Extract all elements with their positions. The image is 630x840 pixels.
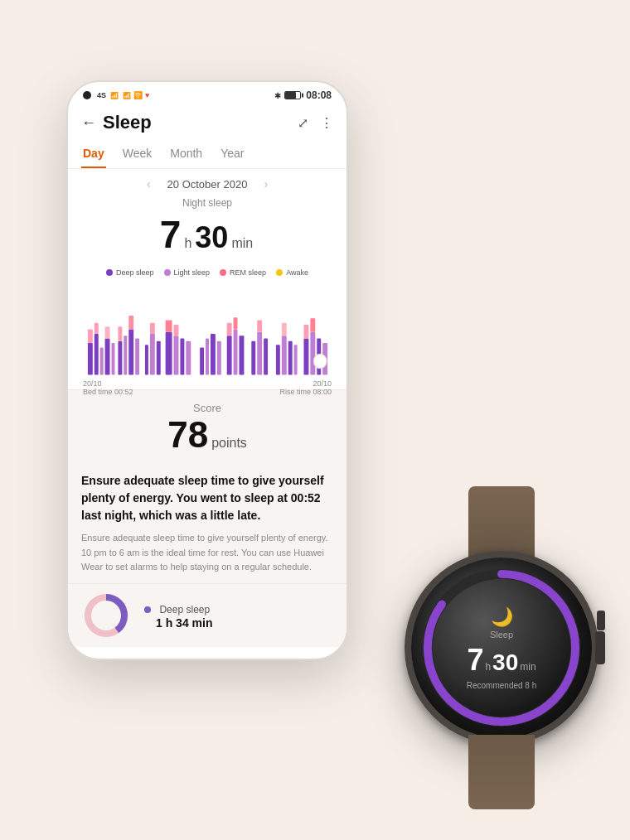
svg-rect-26 [206, 339, 209, 375]
watch-strap-top [468, 486, 535, 561]
chart-label-left: 20/10 Bed time 00:52 [83, 379, 133, 396]
score-unit: points [211, 436, 247, 451]
tabs-bar: Day Week Month Year [68, 140, 346, 169]
tab-month[interactable]: Month [168, 140, 204, 168]
scene: 4S 📶 📶 🛜 ♥ ✱ 08:08 ← Sleep [25, 47, 605, 793]
light-sleep-label: Light sleep [174, 268, 211, 277]
svg-rect-23 [166, 321, 172, 332]
awake-label: Awake [286, 268, 308, 277]
smartwatch: 🌙 Sleep 7 h 30 min Recommended 8 h [406, 553, 597, 743]
advice-detail: Ensure adequate sleep time to give yours… [81, 531, 333, 575]
svg-rect-43 [303, 339, 308, 375]
donut-svg [81, 591, 131, 640]
svg-rect-31 [239, 336, 244, 374]
svg-point-49 [313, 354, 327, 369]
svg-rect-19 [166, 332, 172, 375]
deep-sleep-section: Deep sleep 1 h 34 min [68, 583, 346, 647]
watch-h-unit: h [485, 661, 491, 673]
tab-day[interactable]: Day [81, 140, 106, 168]
svg-rect-21 [180, 339, 184, 375]
svg-rect-22 [186, 341, 191, 375]
svg-rect-30 [234, 330, 238, 375]
score-value: 78 points [81, 414, 333, 456]
svg-rect-3 [100, 348, 104, 375]
svg-rect-42 [282, 323, 287, 336]
svg-rect-37 [257, 321, 262, 332]
svg-rect-1 [88, 343, 93, 375]
legend-rem-sleep: REM sleep [220, 268, 266, 277]
svg-rect-18 [150, 323, 155, 334]
svg-rect-13 [118, 326, 122, 341]
night-sleep-label: Night sleep [81, 197, 333, 209]
legend-deep-sleep: Deep sleep [106, 268, 154, 277]
svg-rect-17 [157, 341, 161, 375]
battery-icon [284, 91, 301, 99]
watch-minutes: 30 [492, 649, 518, 676]
svg-rect-24 [174, 325, 179, 336]
watch-sleep-label: Sleep [467, 630, 537, 640]
tab-week[interactable]: Week [121, 140, 154, 168]
sleep-duration: 7 h 30 min [81, 212, 333, 257]
watch-crown-bottom [595, 631, 605, 664]
hours-unit: h [184, 236, 191, 251]
donut-chart [81, 591, 131, 640]
svg-rect-12 [135, 339, 139, 375]
watch-time-display: 7 h 30 min [467, 643, 537, 678]
svg-rect-16 [150, 334, 155, 375]
svg-rect-9 [118, 341, 122, 375]
deep-sleep-label-row: Deep sleep [144, 601, 212, 616]
svg-rect-15 [145, 345, 148, 374]
svg-rect-8 [105, 326, 110, 338]
svg-rect-27 [211, 334, 216, 375]
legend-light-sleep: Light sleep [164, 268, 211, 277]
share-button[interactable]: ⤢ [298, 115, 308, 131]
more-menu-button[interactable]: ⋮ [320, 115, 333, 131]
rem-sleep-label: REM sleep [230, 268, 266, 277]
deep-sleep-label: Deep sleep [116, 268, 154, 277]
light-sleep-dot [164, 269, 171, 276]
score-number: 78 [167, 414, 208, 456]
wifi-icon: 🛜 [133, 91, 143, 99]
svg-rect-36 [264, 339, 268, 375]
back-button[interactable]: ← [81, 114, 96, 132]
legend-awake: Awake [276, 268, 308, 277]
svg-rect-48 [310, 318, 315, 332]
svg-rect-4 [105, 339, 110, 375]
sleep-minutes: 30 [195, 220, 228, 255]
svg-rect-35 [257, 332, 262, 375]
svg-rect-5 [112, 343, 115, 375]
app-header: ← Sleep ⤢ ⋮ [68, 105, 346, 140]
next-date-button[interactable]: › [264, 177, 268, 191]
deep-sleep-text: Deep sleep [159, 604, 210, 616]
deep-sleep-indicator [144, 606, 151, 613]
svg-rect-41 [294, 345, 298, 374]
svg-rect-44 [310, 332, 315, 375]
heart-icon: ♥ [145, 91, 149, 99]
deep-sleep-duration: 1 h 34 min [144, 616, 212, 630]
svg-rect-38 [276, 345, 280, 374]
deep-sleep-info: Deep sleep 1 h 34 min [144, 601, 212, 630]
svg-rect-25 [200, 348, 204, 375]
camera-dot [83, 91, 91, 99]
svg-rect-11 [128, 330, 133, 375]
watch-recommended: Recommended 8 h [467, 681, 537, 690]
svg-rect-7 [94, 323, 99, 334]
deep-sleep-dot [106, 269, 113, 276]
svg-rect-29 [227, 336, 232, 374]
page-title: Sleep [103, 112, 298, 133]
svg-rect-32 [227, 323, 232, 336]
score-label: Score [81, 402, 333, 414]
watch-strap-bottom [468, 735, 535, 809]
sleep-chart-svg [81, 288, 333, 379]
prev-date-button[interactable]: ‹ [147, 177, 151, 191]
sleep-summary: Night sleep 7 h 30 min [68, 194, 346, 263]
date-navigation: ‹ 20 October 2020 › [68, 169, 346, 194]
tab-year[interactable]: Year [219, 140, 245, 168]
svg-rect-47 [303, 325, 308, 339]
svg-rect-14 [128, 316, 133, 330]
watch-body: 🌙 Sleep 7 h 30 min Recommended 8 h [406, 553, 597, 743]
sleep-chart: 20/10 Bed time 00:52 20/10 Rise time 08:… [68, 282, 346, 389]
chart-label-right: 20/10 Rise time 08:00 [279, 379, 332, 396]
watch-crown-top [597, 611, 605, 630]
bluetooth-icon: ✱ [274, 91, 281, 100]
